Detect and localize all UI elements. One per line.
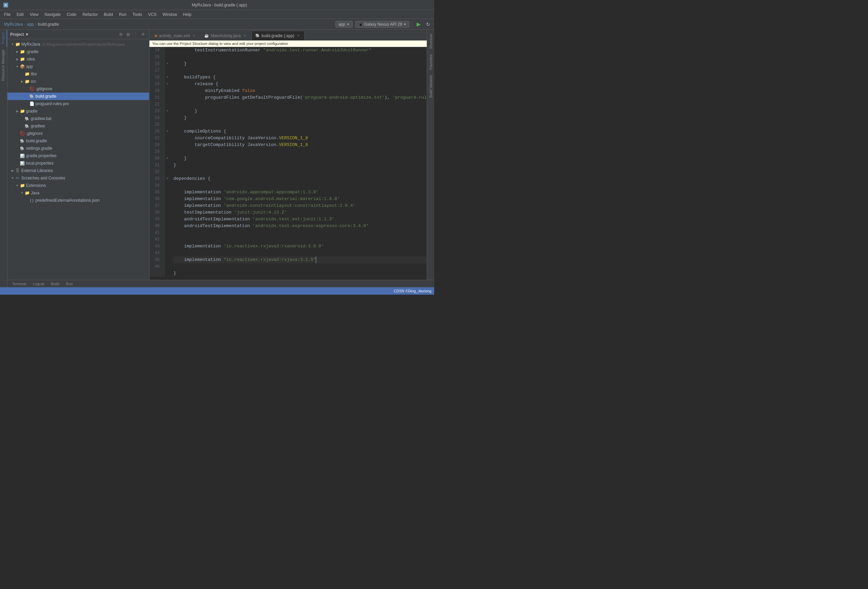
arrow-build-gradle-root <box>15 138 20 143</box>
vert-tab-structure[interactable]: Structure <box>428 31 434 52</box>
tree-item-settings-gradle[interactable]: 🐘 settings.gradle <box>7 144 149 152</box>
arrow-idea-dir: ▶ <box>15 57 20 62</box>
tree-item-external-libs[interactable]: ▶ 🗄 External Libraries <box>7 167 149 174</box>
tab-build-gradle[interactable]: 🐘 build.gradle (:app) × <box>252 31 305 40</box>
code-line-19: release { <box>173 81 427 87</box>
project-selector[interactable]: app ▼ <box>335 21 353 28</box>
menu-navigate[interactable]: Navigate <box>42 12 63 18</box>
icon-build-gradle-app: 🐘 <box>29 94 34 99</box>
tab-close-activity-main[interactable]: × <box>191 34 196 38</box>
tree-item-proguard[interactable]: 📄 proguard-rules.pro <box>7 100 149 107</box>
fold-33[interactable]: ▼ <box>165 175 170 182</box>
tree-item-libs[interactable]: 📁 libs <box>7 70 149 78</box>
run-button[interactable]: ▶ <box>415 20 423 28</box>
arrow-local-properties <box>15 161 20 166</box>
code-line-44 <box>173 250 427 256</box>
refresh-button[interactable]: ↻ <box>424 20 432 28</box>
tree-item-gitignore-root[interactable]: 🚫 .gitignore <box>7 130 149 137</box>
menu-help[interactable]: Help <box>180 12 194 18</box>
tree-item-predefined[interactable]: { } predefinedExternalAnnotations.json <box>7 197 149 204</box>
tree-item-local-properties[interactable]: 📊 local.properties <box>7 159 149 167</box>
fold-19[interactable]: ▼ <box>165 81 170 87</box>
tree-item-idea-dir[interactable]: ▶ 📁 .idea <box>7 55 149 63</box>
vert-tab-resource-manager[interactable]: Resource Manager <box>0 47 7 84</box>
menu-code[interactable]: Code <box>64 12 79 18</box>
label-myrxjava: MyRxJava <box>21 42 40 47</box>
code-line-30: } <box>173 155 427 162</box>
bottom-tab-terminal[interactable]: Terminal <box>10 281 28 287</box>
arrow-proguard <box>24 102 29 106</box>
code-line-16: } <box>173 60 427 67</box>
tab-label-activity-main: activity_main.xml <box>159 34 190 38</box>
fold-18[interactable]: ▼ <box>165 74 170 81</box>
menu-file[interactable]: File <box>1 12 13 18</box>
arrow-extensions: ▼ <box>15 183 20 188</box>
code-line-39: androidTestImplementation 'androidx.test… <box>173 216 427 223</box>
menu-window[interactable]: Window <box>160 12 180 18</box>
main-layout: Project Resource Manager Project ▼ ⊞ ▤ ⋮… <box>0 30 434 287</box>
tab-mainactivity[interactable]: ☕ MainActivity.java × <box>201 31 251 40</box>
file-tree: ▼ 📁 MyRxJava D:\DingJiaxiong\AndroidStud… <box>7 39 149 280</box>
tree-item-gitignore-app[interactable]: 🚫 .gitignore <box>7 85 149 93</box>
breadcrumb-app[interactable]: app <box>27 22 34 27</box>
breadcrumb: MyRxJava › app › build.gradle <box>4 22 59 27</box>
settings-btn[interactable]: ⚙ <box>140 31 146 38</box>
tree-item-gradle-dir2[interactable]: ▶ 📁 gradle <box>7 107 149 115</box>
menu-run[interactable]: Run <box>116 12 129 18</box>
tab-close-mainactivity[interactable]: × <box>242 34 247 38</box>
collapse-btn[interactable]: ▤ <box>125 31 131 38</box>
tree-item-src[interactable]: ▶ 📁 src <box>7 78 149 85</box>
fold-23[interactable]: ▼ <box>165 108 170 115</box>
code-editor[interactable]: 14 15 16 17 18 19 20 21 22 23 24 25 <box>149 47 427 280</box>
fold-30[interactable]: ▼ <box>165 155 170 162</box>
fold-26[interactable]: ▼ <box>165 128 170 135</box>
tree-item-java-ext[interactable]: ▼ 📁 Java <box>7 189 149 197</box>
icon-proguard: 📄 <box>29 101 34 106</box>
icon-app-dir: 📦 <box>20 64 25 69</box>
label-src: src <box>31 79 36 84</box>
tab-close-build-gradle[interactable]: × <box>296 34 301 38</box>
code-line-46 <box>173 263 427 270</box>
vert-tab-project[interactable]: Project <box>0 30 7 47</box>
tree-item-app-dir[interactable]: ▼ 📦 app <box>7 63 149 70</box>
breadcrumb-root[interactable]: MyRxJava <box>4 22 23 27</box>
menu-build[interactable]: Build <box>101 12 116 18</box>
code-line-20: minifyEnabled false <box>173 87 427 94</box>
tree-item-gradlew-bat[interactable]: 🐘 gradlew.bat <box>7 115 149 122</box>
tab-activity-main[interactable]: ◈ activity_main.xml × <box>151 31 200 40</box>
tree-item-myrxjava[interactable]: ▼ 📁 MyRxJava D:\DingJiaxiong\AndroidStud… <box>7 41 149 48</box>
expand-btn[interactable]: ⋮ <box>132 31 139 38</box>
code-line-29 <box>173 148 427 155</box>
menu-vcs[interactable]: VCS <box>145 12 159 18</box>
bottom-tab-logcat[interactable]: Logcat <box>31 281 46 287</box>
menu-refactor[interactable]: Refactor <box>80 12 100 18</box>
tree-item-build-gradle-root[interactable]: 🐘 build.gradle <box>7 137 149 144</box>
menu-view[interactable]: View <box>27 12 41 18</box>
menu-tools[interactable]: Tools <box>130 12 145 18</box>
tree-item-extensions[interactable]: ▼ 📁 Extensions <box>7 182 149 189</box>
code-line-41 <box>173 230 427 236</box>
tree-item-build-gradle-app[interactable]: 🐘 build.gradle <box>7 93 149 100</box>
bottom-tab-run[interactable]: Run <box>64 281 75 287</box>
title-bar-title: MyRxJava - build.gradle (:app) <box>8 3 431 7</box>
device-icon: 📱 <box>359 22 363 26</box>
tree-item-gradle-properties[interactable]: 📊 gradle.properties <box>7 152 149 159</box>
tree-item-gradlew[interactable]: 🐘 gradlew <box>7 122 149 130</box>
arrow-settings-gradle <box>15 146 20 151</box>
label-scratches: Scratches and Consoles <box>21 176 65 180</box>
bottom-tab-build[interactable]: Build <box>49 281 61 287</box>
code-line-38: testImplementation 'junit:junit:4.13.2' <box>173 209 427 216</box>
code-line-18: buildTypes { <box>173 74 427 81</box>
scope-btn[interactable]: ⊞ <box>117 31 124 38</box>
vert-tab-favorites[interactable]: Favorites <box>428 52 434 72</box>
breadcrumb-file[interactable]: build.gradle <box>38 22 59 27</box>
tree-item-gradle-dir[interactable]: ▶ 📁 .gradle <box>7 48 149 55</box>
label-external-libs: External Libraries <box>21 168 53 173</box>
fold-16[interactable]: ▼ <box>165 60 170 67</box>
vert-tab-build-variants[interactable]: Build Variants <box>428 72 434 100</box>
title-bar: A MyRxJava - build.gradle (:app) <box>0 0 434 10</box>
tree-item-scratches[interactable]: ▼ ✏ Scratches and Consoles <box>7 174 149 182</box>
menu-edit[interactable]: Edit <box>14 12 27 18</box>
left-vert-tabs: Project Resource Manager <box>0 30 7 287</box>
device-selector[interactable]: 📱 Galaxy Nexus API 29 ▼ <box>356 21 409 28</box>
